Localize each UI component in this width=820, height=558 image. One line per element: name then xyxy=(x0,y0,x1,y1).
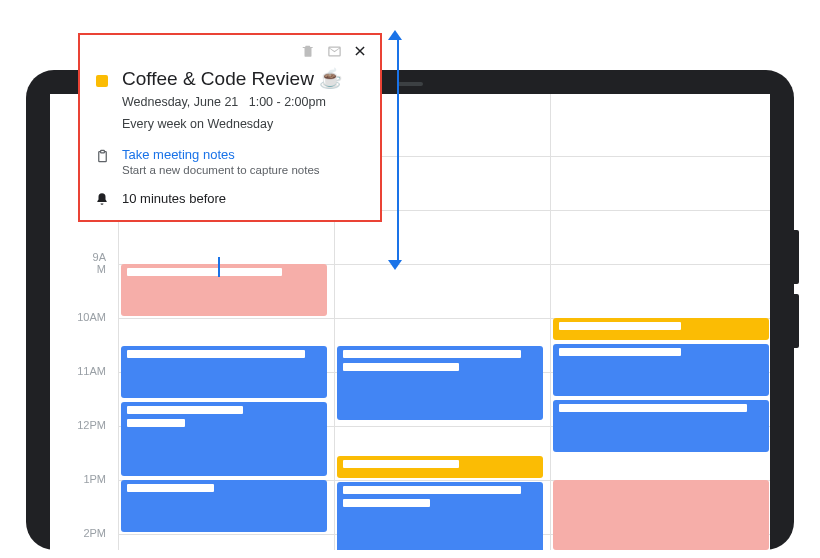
tablet-side-button xyxy=(794,230,799,284)
calendar-event[interactable] xyxy=(121,480,327,532)
email-icon[interactable] xyxy=(326,43,342,59)
bell-icon xyxy=(94,192,110,206)
take-notes-sub: Start a new document to capture notes xyxy=(122,164,320,176)
time-label: 9AM xyxy=(93,252,106,275)
popover-action-bar xyxy=(94,43,368,59)
vertical-resize-arrow-icon xyxy=(394,30,402,270)
svg-rect-1 xyxy=(100,150,104,153)
event-details-popover: Coffee & Code Review ☕ Wednesday, June 2… xyxy=(78,33,382,222)
delete-icon[interactable] xyxy=(300,43,316,59)
event-title: Coffee & Code Review ☕ xyxy=(122,67,343,90)
close-icon[interactable] xyxy=(352,43,368,59)
time-label: 10AM xyxy=(77,312,106,324)
time-label: 1PM xyxy=(83,474,106,486)
calendar-event[interactable] xyxy=(553,318,769,340)
calendar-event[interactable] xyxy=(121,346,327,398)
calendar-event[interactable] xyxy=(553,480,769,550)
event-recurrence: Every week on Wednesday xyxy=(122,116,343,134)
calendar-event[interactable] xyxy=(337,482,543,550)
time-label: 12PM xyxy=(77,420,106,432)
take-notes-link[interactable]: Take meeting notes xyxy=(122,147,320,162)
calendar-event[interactable] xyxy=(553,400,769,452)
popover-anchor-line xyxy=(218,257,220,277)
calendar-event[interactable] xyxy=(553,344,769,396)
calendar-event[interactable] xyxy=(337,346,543,420)
time-label: 11AM xyxy=(77,366,106,378)
reminder-text: 10 minutes before xyxy=(122,191,226,206)
calendar-event[interactable] xyxy=(121,264,327,316)
event-color-chip xyxy=(96,75,108,87)
calendar-event[interactable] xyxy=(121,402,327,476)
event-datetime: Wednesday, June 21 1:00 - 2:00pm xyxy=(122,94,343,112)
calendar-event[interactable] xyxy=(337,456,543,478)
time-label: 2PM xyxy=(83,528,106,540)
tablet-side-button xyxy=(794,294,799,348)
notes-icon xyxy=(94,149,110,164)
